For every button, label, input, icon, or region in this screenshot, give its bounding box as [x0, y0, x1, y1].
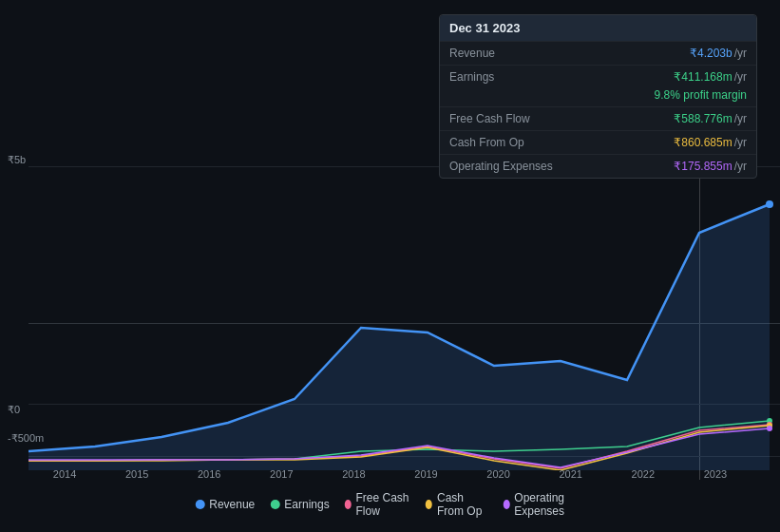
legend-revenue[interactable]: Revenue — [195, 498, 255, 511]
legend-dot-opex — [503, 500, 509, 509]
legend-label-cashop: Cash From Op — [437, 491, 488, 518]
revenue-value: ₹4.203b/yr — [690, 47, 747, 60]
x-label-2015: 2015 — [125, 468, 148, 480]
tooltip-opex-row: Operating Expenses ₹175.855m/yr — [440, 154, 756, 178]
x-label-2014: 2014 — [53, 468, 76, 480]
earnings-value: ₹411.168m/yr — [674, 70, 747, 84]
chart-legend: Revenue Earnings Free Cash Flow Cash Fro… — [195, 491, 585, 518]
x-label-2022: 2022 — [632, 468, 655, 480]
x-label-2017: 2017 — [270, 468, 293, 480]
legend-dot-earnings — [270, 500, 279, 509]
legend-label-revenue: Revenue — [209, 498, 255, 511]
legend-opex[interactable]: Operating Expenses — [503, 491, 584, 518]
opex-label: Operating Expenses — [449, 160, 553, 173]
chart-container: Dec 31 2023 Revenue ₹4.203b/yr Earnings … — [0, 0, 780, 532]
svg-point-5 — [767, 426, 772, 431]
tooltip-revenue-row: Revenue ₹4.203b/yr — [440, 41, 756, 65]
legend-dot-revenue — [195, 500, 204, 509]
revenue-label: Revenue — [449, 47, 495, 60]
tooltip-box: Dec 31 2023 Revenue ₹4.203b/yr Earnings … — [439, 14, 757, 179]
tooltip-cashop-row: Cash From Op ₹860.685m/yr — [440, 130, 756, 154]
tooltip-fcf-row: Free Cash Flow ₹588.776m/yr — [440, 106, 756, 130]
tooltip-header: Dec 31 2023 — [440, 15, 756, 41]
legend-earnings[interactable]: Earnings — [270, 498, 329, 511]
legend-cashop[interactable]: Cash From Op — [426, 491, 487, 518]
legend-label-fcf: Free Cash Flow — [355, 491, 410, 518]
fcf-label: Free Cash Flow — [449, 112, 530, 125]
x-label-2021: 2021 — [559, 468, 581, 480]
x-label-2020: 2020 — [486, 468, 509, 480]
cashop-label: Cash From Op — [449, 136, 524, 149]
x-axis-labels: 2014 2015 2016 2017 2018 2019 2020 2021 … — [0, 468, 780, 480]
legend-dot-fcf — [345, 500, 352, 509]
x-label-2023: 2023 — [704, 468, 727, 480]
opex-value: ₹175.855m/yr — [674, 160, 747, 173]
legend-label-earnings: Earnings — [284, 498, 329, 511]
x-label-2016: 2016 — [198, 468, 220, 480]
chart-svg — [0, 147, 780, 470]
cashop-value: ₹860.685m/yr — [674, 136, 747, 149]
profit-margin-row: 9.8% profit margin — [440, 88, 756, 106]
tooltip-earnings-row: Earnings ₹411.168m/yr — [440, 65, 756, 88]
fcf-value: ₹588.776m/yr — [674, 112, 747, 125]
x-label-2019: 2019 — [414, 468, 437, 480]
legend-label-opex: Operating Expenses — [514, 491, 584, 518]
x-label-2018: 2018 — [342, 468, 365, 480]
legend-fcf[interactable]: Free Cash Flow — [345, 491, 411, 518]
legend-dot-cashop — [426, 500, 432, 509]
profit-margin: 9.8% profit margin — [655, 88, 747, 102]
svg-point-1 — [766, 200, 773, 208]
earnings-label: Earnings — [449, 70, 494, 84]
